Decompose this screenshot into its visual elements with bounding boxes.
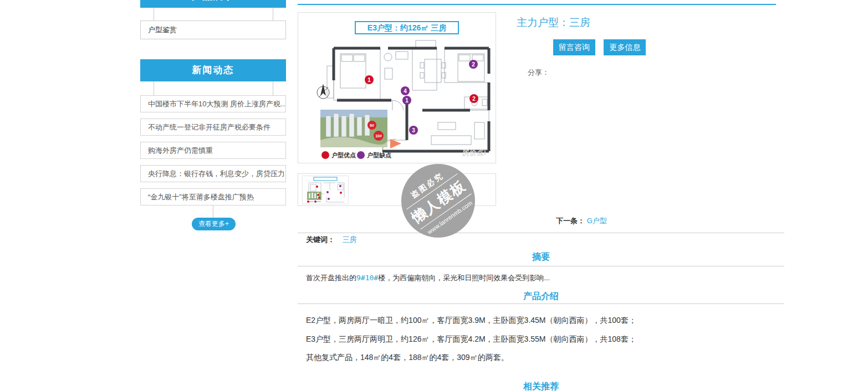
- related-heading: 相关推荐: [298, 381, 784, 391]
- news-item-label: 不动产统一登记非开征房产税必要条件: [148, 123, 270, 131]
- consult-button[interactable]: 留言咨询: [553, 39, 595, 55]
- news-item-label: “金九银十”将至莆多楼盘推广预热: [148, 193, 254, 201]
- news-section-title: 新闻动态: [192, 65, 234, 75]
- next-article-row: 下一条： G户型: [556, 216, 607, 226]
- keywords-label: 关键词：: [306, 235, 335, 244]
- legend-advantage-dot: [321, 151, 329, 159]
- sidebar-item-huxing[interactable]: 户型鉴赏: [140, 20, 286, 39]
- floorplan-image[interactable]: E3户型：约126㎡ 三房 9# 10# 1: [298, 12, 496, 163]
- news-item[interactable]: “金九银十”将至莆多楼盘推广预热: [140, 188, 286, 205]
- building-badge-10-label: 10#: [375, 134, 382, 138]
- news-item-label: 购海外房产仍需慎重: [148, 146, 213, 155]
- floorplan-thumbnail[interactable]: [302, 176, 349, 204]
- floorplan-drawing: E3户型：约126㎡ 三房 9# 10# 1: [298, 13, 496, 163]
- legend-disadvantage-label: 户型缺点: [367, 152, 391, 158]
- intro-line: E2户型，两房两厅一暗卫，约100㎡，客厅面宽3.9M，主卧面宽3.45M（朝向…: [306, 316, 636, 326]
- action-buttons: 留言咨询 更多信息: [553, 39, 652, 55]
- connector-line: [213, 205, 213, 218]
- news-section-header: 新闻动态: [140, 59, 286, 81]
- summary-building-code: 9#10#: [356, 274, 378, 282]
- floorplan-thumbnail-drawing: [302, 176, 349, 204]
- sidebar-item-huxing-label: 户型鉴赏: [148, 25, 177, 34]
- pointer-arrow-icon: [390, 139, 401, 148]
- view-more-button[interactable]: 查看更多+: [192, 218, 236, 230]
- summary-text: 首次开盘推出的9#10#楼，为西偏南朝向，采光和日照时间效果会受到影响...: [306, 273, 550, 283]
- news-item[interactable]: 购海外房产仍需慎重: [140, 142, 286, 159]
- divider: [298, 303, 784, 304]
- connector-line: [154, 8, 154, 20]
- disadvantage-marker-label: 4: [404, 88, 407, 94]
- floorplan-title: E3户型：约126㎡ 三房: [367, 23, 446, 32]
- news-item[interactable]: 央行降息：银行存钱，利息变少，房贷压力…: [140, 165, 286, 182]
- news-list: 中国楼市下半年10大预测 房价上涨房产税… 不动产统一登记非开征房产税必要条件 …: [140, 95, 286, 212]
- divider: [298, 266, 784, 266]
- aerial-photo: 9# 10#: [320, 110, 387, 147]
- disadvantage-marker-label: 3: [412, 127, 415, 133]
- photo-watermark: 房价点i: [462, 148, 486, 157]
- connector-line: [273, 8, 273, 20]
- summary-suffix: 楼，为西偏南朝向，采光和日照时间效果会受到影响...: [378, 274, 550, 282]
- next-article-link[interactable]: G户型: [587, 217, 607, 225]
- keyword-link[interactable]: 三房: [343, 235, 357, 244]
- summary-prefix: 首次开盘推出的: [306, 274, 356, 282]
- news-item-label: 中国楼市下半年10大预测 房价上涨房产税…: [148, 100, 286, 108]
- intro-line: E3户型，三房两厅两明卫，约126㎡，客厅面宽4.2M，主卧面宽3.55M（朝向…: [306, 335, 636, 344]
- section-divider-blue: [298, 4, 776, 5]
- news-item-label: 央行降息：银行存钱，利息变少，房贷压力…: [148, 169, 286, 178]
- more-info-button[interactable]: 更多信息: [604, 39, 646, 55]
- advantage-marker-label: 1: [367, 77, 371, 83]
- sidebar-category-header-label: 产品展示: [140, 0, 286, 8]
- news-item[interactable]: 中国楼市下半年10大预测 房价上涨房产税…: [140, 95, 286, 112]
- share-label: 分享：: [528, 68, 549, 78]
- keywords-row: 关键词： 三房: [306, 235, 357, 245]
- disadvantage-marker-label: 1: [405, 97, 409, 104]
- sidebar-category-header: 产品展示: [140, 0, 286, 8]
- news-item[interactable]: 不动产统一登记非开征房产税必要条件: [140, 119, 286, 136]
- legend-disadvantage-dot: [357, 151, 365, 159]
- watermark-stamp-content: 盗图必究 懒人模板 www.lanrenmb.com: [401, 164, 475, 238]
- building-badge-9-label: 9#: [370, 124, 374, 127]
- advantage-marker-label: 2: [472, 96, 476, 102]
- intro-line: 其他复式产品，148㎡的4套，188㎡的4套，309㎡的两套。: [306, 353, 509, 363]
- legend-advantage-label: 户型优点: [331, 152, 356, 158]
- page-title: 主力户型：三房: [517, 16, 590, 30]
- summary-heading: 摘要: [298, 251, 784, 263]
- next-article-label: 下一条：: [556, 217, 585, 225]
- intro-heading: 产品介绍: [298, 291, 784, 302]
- disadvantage-marker-label: 2: [472, 61, 475, 68]
- connector-line: [273, 81, 273, 95]
- compass-icon: [317, 84, 329, 99]
- connector-line: [154, 81, 154, 95]
- watermark-stamp: 盗图必究 懒人模板 www.lanrenmb.com: [401, 164, 475, 238]
- divider: [298, 233, 784, 233]
